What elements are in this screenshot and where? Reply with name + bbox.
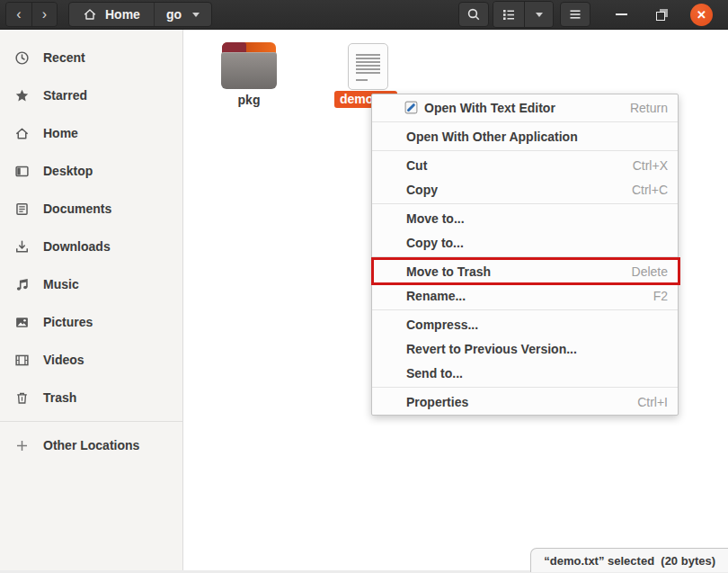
menu-item-shortcut: Return bbox=[630, 101, 668, 115]
text-editor-icon bbox=[404, 101, 418, 114]
menu-item-copy[interactable]: Copy Ctrl+C bbox=[372, 177, 678, 201]
folder-icon-pkg[interactable] bbox=[221, 41, 277, 89]
menu-separator bbox=[372, 256, 678, 257]
clock-icon bbox=[14, 50, 30, 66]
sidebar-item-label: Music bbox=[43, 277, 79, 291]
menu-item-shortcut: Ctrl+X bbox=[633, 158, 668, 173]
close-icon: ✕ bbox=[697, 8, 706, 22]
forward-button[interactable]: › bbox=[31, 3, 57, 26]
menu-item-label: Move to... bbox=[406, 211, 465, 226]
menu-item-move-to-trash[interactable]: Move to Trash Delete bbox=[372, 259, 678, 283]
download-icon bbox=[14, 239, 30, 255]
menu-item-label: Rename... bbox=[406, 289, 466, 303]
menu-item-revert-to-previous-version[interactable]: Revert to Previous Version... bbox=[372, 336, 678, 361]
list-view-button[interactable] bbox=[493, 2, 524, 27]
menu-item-label: Move to Trash bbox=[406, 264, 491, 279]
selection-status-text: “demo.txt” selected (20 bytes) bbox=[544, 554, 715, 568]
sidebar-item-label: Trash bbox=[43, 390, 76, 405]
menu-separator bbox=[372, 203, 678, 204]
sidebar-item-label: Videos bbox=[43, 353, 84, 367]
menu-separator bbox=[372, 387, 678, 388]
sidebar-item-label: Documents bbox=[43, 201, 111, 216]
menu-item-label: Send to... bbox=[406, 366, 463, 381]
menu-separator bbox=[372, 150, 678, 151]
sidebar: Recent Starred Home Desktop bbox=[0, 30, 183, 573]
sidebar-item-label: Home bbox=[43, 126, 78, 140]
sidebar-item-label: Pictures bbox=[43, 315, 93, 329]
star-icon bbox=[14, 88, 30, 103]
minimize-button[interactable] bbox=[616, 13, 627, 15]
home-icon bbox=[14, 126, 30, 141]
text-file-icon-demo[interactable] bbox=[348, 43, 388, 90]
menu-item-shortcut: F2 bbox=[653, 289, 668, 303]
sidebar-item-label: Downloads bbox=[43, 239, 111, 254]
path-segment-home[interactable]: Home bbox=[69, 3, 154, 26]
menu-item-copy-to[interactable]: Copy to... bbox=[372, 230, 678, 255]
context-menu: Open With Text Editor Return Open With O… bbox=[371, 94, 679, 416]
list-view-icon bbox=[502, 7, 516, 22]
sidebar-item-documents[interactable]: Documents bbox=[0, 190, 182, 228]
menu-item-label: Properties bbox=[406, 395, 468, 409]
close-button[interactable]: ✕ bbox=[690, 4, 713, 26]
menu-item-label: Revert to Previous Version... bbox=[406, 342, 577, 356]
menu-item-rename[interactable]: Rename... F2 bbox=[372, 283, 678, 308]
hamburger-icon bbox=[568, 7, 582, 22]
search-icon bbox=[466, 7, 481, 22]
sidebar-item-label: Starred bbox=[43, 88, 87, 103]
sidebar-item-downloads[interactable]: Downloads bbox=[0, 228, 182, 265]
menu-item-label: Compress... bbox=[406, 318, 478, 332]
menu-item-send-to[interactable]: Send to... bbox=[372, 361, 678, 385]
music-note-icon bbox=[14, 277, 30, 292]
view-options-button[interactable] bbox=[524, 2, 553, 27]
menu-item-open-with-other-application[interactable]: Open With Other Application bbox=[372, 124, 678, 148]
caret-down-icon bbox=[536, 13, 543, 21]
forward-icon: › bbox=[42, 7, 47, 22]
folder-label-pkg[interactable]: pkg bbox=[221, 93, 277, 107]
trash-icon bbox=[14, 390, 30, 406]
menu-item-cut[interactable]: Cut Ctrl+X bbox=[372, 153, 678, 177]
sidebar-item-pictures[interactable]: Pictures bbox=[0, 303, 182, 341]
desktop-icon bbox=[14, 164, 30, 179]
sidebar-item-recent[interactable]: Recent bbox=[0, 39, 182, 76]
sidebar-item-label: Recent bbox=[43, 50, 85, 65]
menu-item-label: Cut bbox=[406, 158, 427, 173]
sidebar-item-starred[interactable]: Starred bbox=[0, 76, 182, 114]
maximize-restore-button[interactable] bbox=[656, 9, 668, 21]
menu-separator bbox=[372, 309, 678, 310]
file-manager-window: ‹ › Home go bbox=[0, 0, 728, 573]
menu-item-compress[interactable]: Compress... bbox=[372, 312, 678, 336]
sidebar-item-trash[interactable]: Trash bbox=[0, 379, 182, 416]
titlebar: ‹ › Home go bbox=[0, 0, 728, 30]
sidebar-item-label: Other Locations bbox=[43, 438, 139, 452]
sidebar-item-desktop[interactable]: Desktop bbox=[0, 152, 182, 190]
back-icon: ‹ bbox=[16, 7, 21, 22]
menu-item-shortcut: Delete bbox=[632, 264, 668, 279]
sidebar-item-videos[interactable]: Videos bbox=[0, 341, 182, 379]
film-icon bbox=[14, 353, 30, 368]
menu-item-properties[interactable]: Properties Ctrl+I bbox=[372, 389, 678, 414]
path-bar: Home go bbox=[68, 2, 212, 27]
caret-down-icon bbox=[192, 13, 200, 21]
menu-item-move-to[interactable]: Move to... bbox=[372, 206, 678, 230]
sidebar-item-music[interactable]: Music bbox=[0, 265, 182, 303]
titlebar-right-controls: ✕ bbox=[458, 1, 728, 28]
path-segment-current-folder[interactable]: go bbox=[154, 3, 211, 26]
sidebar-item-other-locations[interactable]: Other Locations bbox=[0, 426, 182, 464]
back-button[interactable]: ‹ bbox=[6, 3, 31, 26]
picture-icon bbox=[14, 315, 30, 330]
path-segment-label: go bbox=[166, 7, 182, 22]
menu-separator bbox=[372, 121, 678, 122]
menu-item-label: Copy to... bbox=[406, 236, 464, 250]
menu-button[interactable] bbox=[560, 2, 590, 27]
menu-item-label: Copy bbox=[406, 183, 438, 197]
sidebar-item-home[interactable]: Home bbox=[0, 114, 182, 152]
search-button[interactable] bbox=[458, 2, 489, 27]
plus-icon bbox=[14, 438, 30, 453]
selection-status-bar: “demo.txt” selected (20 bytes) bbox=[530, 548, 728, 572]
sidebar-separator bbox=[0, 421, 182, 422]
home-icon bbox=[83, 7, 97, 22]
menu-item-label: Open With Text Editor bbox=[424, 101, 555, 115]
menu-item-label: Open With Other Application bbox=[406, 130, 578, 144]
view-switcher-group bbox=[493, 1, 554, 28]
menu-item-open-with-text-editor[interactable]: Open With Text Editor Return bbox=[372, 95, 678, 120]
